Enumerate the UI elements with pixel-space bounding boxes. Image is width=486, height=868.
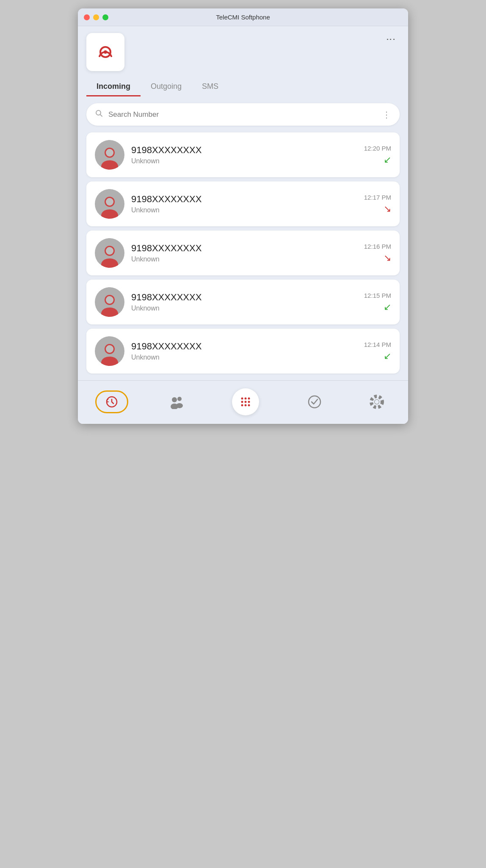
- logo-icon: [94, 40, 117, 64]
- call-meta: 12:20 PM ↙: [364, 145, 391, 165]
- search-options-button[interactable]: ⋮: [382, 110, 391, 120]
- svg-point-13: [101, 308, 118, 317]
- svg-point-28: [248, 401, 250, 403]
- svg-point-22: [176, 403, 183, 408]
- svg-point-35: [375, 400, 379, 404]
- maximize-button[interactable]: [102, 14, 108, 20]
- history-icon: [105, 395, 119, 409]
- call-status-answered-icon: ↙: [384, 351, 391, 362]
- svg-point-24: [244, 398, 246, 400]
- dialpad-icon: [239, 396, 252, 408]
- tab-outgoing[interactable]: Outgoing: [141, 78, 192, 96]
- call-number: 9198XXXXXXXX: [131, 292, 357, 303]
- tab-sms[interactable]: SMS: [192, 78, 229, 96]
- avatar: [95, 287, 124, 317]
- tab-incoming[interactable]: Incoming: [86, 78, 141, 96]
- logo-box: [86, 33, 124, 71]
- call-info: 9198XXXXXXXX Unknown: [131, 145, 357, 165]
- avatar: [95, 140, 124, 170]
- call-item[interactable]: 9198XXXXXXXX Unknown 12:15 PM ↙: [86, 280, 400, 324]
- svg-point-5: [106, 149, 113, 157]
- nav-contacts-button[interactable]: [163, 393, 191, 411]
- avatar: [95, 189, 124, 219]
- svg-point-26: [241, 401, 243, 403]
- call-item[interactable]: 9198XXXXXXXX Unknown 12:14 PM ↙: [86, 329, 400, 374]
- call-status-answered-icon: ↙: [384, 302, 391, 313]
- call-label: Unknown: [131, 255, 357, 263]
- call-meta: 12:17 PM ↘: [364, 194, 391, 214]
- nav-settings-button[interactable]: [363, 393, 391, 411]
- call-time: 12:17 PM: [364, 194, 391, 201]
- call-label: Unknown: [131, 206, 357, 214]
- call-label: Unknown: [131, 157, 357, 165]
- call-status-missed-icon: ↘: [384, 203, 391, 214]
- search-input[interactable]: [108, 110, 382, 119]
- minimize-button[interactable]: [93, 14, 99, 20]
- call-time: 12:16 PM: [364, 243, 391, 250]
- svg-point-10: [101, 258, 118, 268]
- settings-icon: [370, 395, 384, 409]
- close-button[interactable]: [84, 14, 90, 20]
- svg-point-8: [106, 198, 113, 206]
- call-number: 9198XXXXXXXX: [131, 243, 357, 254]
- search-bar[interactable]: ⋮: [86, 103, 400, 126]
- svg-point-17: [106, 345, 113, 353]
- call-item[interactable]: 9198XXXXXXXX Unknown 12:16 PM ↘: [86, 231, 400, 275]
- svg-point-25: [248, 398, 250, 400]
- svg-point-29: [241, 404, 243, 407]
- more-menu-button[interactable]: ⋮: [382, 33, 400, 47]
- call-number: 9198XXXXXXXX: [131, 341, 357, 352]
- title-bar: TeleCMI Softphone: [78, 8, 408, 26]
- main-content: ⋮ 9198XXXXXXXX Unknown 12:20 PM: [78, 96, 408, 380]
- svg-point-4: [101, 160, 118, 170]
- svg-point-11: [106, 247, 113, 255]
- call-number: 9198XXXXXXXX: [131, 145, 357, 156]
- svg-point-16: [101, 357, 118, 366]
- app-window: TeleCMI Softphone ⋮ Incoming Outgoing SM…: [78, 8, 408, 424]
- svg-point-30: [244, 404, 246, 407]
- window-title: TeleCMI Softphone: [216, 14, 270, 21]
- call-info: 9198XXXXXXXX Unknown: [131, 341, 357, 361]
- call-label: Unknown: [131, 305, 357, 312]
- contacts-icon: [169, 395, 184, 409]
- avatar: [95, 238, 124, 268]
- call-time: 12:15 PM: [364, 292, 391, 299]
- call-status-missed-icon: ↘: [384, 253, 391, 264]
- call-meta: 12:15 PM ↙: [364, 292, 391, 313]
- svg-point-23: [241, 398, 243, 400]
- svg-point-27: [244, 401, 246, 403]
- svg-point-19: [172, 397, 177, 402]
- call-time: 12:14 PM: [364, 341, 391, 348]
- dialpad-circle[interactable]: [232, 388, 259, 415]
- call-info: 9198XXXXXXXX Unknown: [131, 243, 357, 263]
- call-status-answered-icon: ↙: [384, 154, 391, 165]
- search-icon: [95, 109, 103, 120]
- status-check-icon: [307, 395, 322, 409]
- nav-dialpad-button[interactable]: [225, 387, 266, 417]
- call-time: 12:20 PM: [364, 145, 391, 152]
- call-info: 9198XXXXXXXX Unknown: [131, 292, 357, 312]
- tabs-container: Incoming Outgoing SMS: [78, 71, 408, 96]
- app-header: ⋮: [78, 26, 408, 71]
- svg-point-32: [309, 396, 320, 408]
- call-number: 9198XXXXXXXX: [131, 194, 357, 205]
- svg-point-21: [177, 397, 182, 401]
- svg-point-14: [106, 296, 113, 304]
- call-item[interactable]: 9198XXXXXXXX Unknown 12:17 PM ↘: [86, 181, 400, 226]
- traffic-lights: [84, 14, 108, 20]
- nav-status-button[interactable]: [301, 393, 329, 411]
- call-label: Unknown: [131, 354, 357, 361]
- nav-history-button[interactable]: [95, 390, 128, 413]
- call-info: 9198XXXXXXXX Unknown: [131, 194, 357, 214]
- bottom-nav: [78, 380, 408, 424]
- svg-point-7: [101, 209, 118, 219]
- call-meta: 12:16 PM ↘: [364, 243, 391, 264]
- call-meta: 12:14 PM ↙: [364, 341, 391, 362]
- avatar: [95, 336, 124, 366]
- call-item[interactable]: 9198XXXXXXXX Unknown 12:20 PM ↙: [86, 132, 400, 177]
- svg-point-31: [248, 404, 250, 407]
- call-list: 9198XXXXXXXX Unknown 12:20 PM ↙: [86, 132, 400, 374]
